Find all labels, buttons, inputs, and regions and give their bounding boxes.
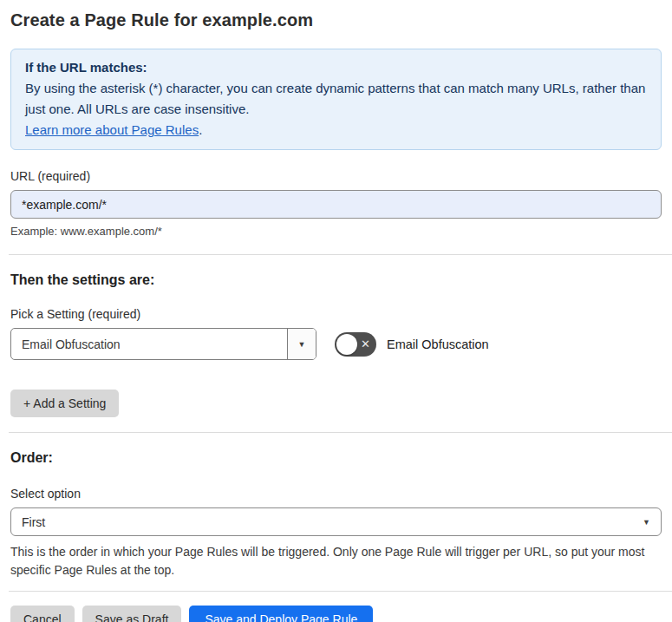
page-title: Create a Page Rule for example.com [10, 10, 662, 30]
setting-select-value: Email Obfuscation [11, 329, 287, 359]
setting-select[interactable]: Email Obfuscation ▼ [10, 328, 316, 360]
url-label: URL (required) [10, 169, 662, 183]
url-input[interactable] [10, 190, 662, 219]
info-box-body: By using the asterisk (*) character, you… [25, 78, 647, 120]
order-select-value: First [22, 515, 45, 529]
cancel-button[interactable]: Cancel [10, 606, 75, 622]
add-setting-button[interactable]: + Add a Setting [10, 390, 119, 417]
divider [9, 254, 672, 255]
save-and-deploy-button[interactable]: Save and Deploy Page Rule [189, 606, 373, 622]
footer-actions: Cancel Save as Draft Save and Deploy Pag… [10, 606, 662, 622]
setting-row: Email Obfuscation ▼ ✕ Email Obfuscation [10, 328, 662, 360]
email-obfuscation-toggle[interactable]: ✕ [335, 332, 376, 357]
divider [9, 432, 672, 433]
save-as-draft-button[interactable]: Save as Draft [82, 606, 182, 622]
chevron-down-icon: ▼ [298, 340, 306, 349]
divider [9, 591, 672, 592]
chevron-down-icon: ▼ [643, 518, 650, 527]
toggle-off-cross-icon: ✕ [361, 338, 370, 350]
info-box-link-line: Learn more about Page Rules. [25, 120, 647, 141]
settings-section-heading: Then the settings are: [10, 272, 662, 288]
toggle-knob [336, 334, 357, 355]
toggle-label: Email Obfuscation [387, 337, 489, 351]
setting-select-dropdown-button[interactable]: ▼ [287, 329, 316, 359]
pick-setting-label: Pick a Setting (required) [10, 307, 662, 321]
info-box-heading: If the URL matches: [25, 57, 647, 78]
url-match-info-box: If the URL matches: By using the asteris… [10, 49, 662, 150]
order-select[interactable]: First ▼ [10, 507, 662, 536]
url-example-text: Example: www.example.com/* [10, 225, 662, 238]
order-select-label: Select option [10, 487, 662, 501]
order-description: This is the order in which your Page Rul… [10, 543, 662, 579]
learn-more-link[interactable]: Learn more about Page Rules [25, 122, 199, 137]
link-suffix: . [199, 122, 202, 137]
order-section-heading: Order: [10, 450, 662, 466]
